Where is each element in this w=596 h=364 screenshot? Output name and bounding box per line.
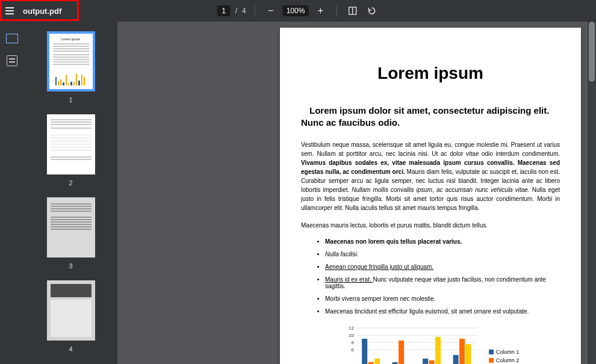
thumbnail-label: 3 — [69, 262, 72, 270]
fit-to-page-button[interactable] — [345, 4, 359, 18]
paragraph-1: Vestibulum neque massa, scelerisque sit … — [301, 140, 560, 212]
outline-icon — [7, 55, 17, 66]
pager-zoom-controls: 1 / 4 − 100% + — [217, 4, 379, 18]
svg-text:12: 12 — [349, 325, 354, 331]
minus-icon: − — [268, 5, 273, 16]
menu-button[interactable] — [0, 0, 19, 22]
legend-swatch — [489, 358, 494, 363]
thumbnail-page-2[interactable] — [47, 114, 95, 174]
thumbnails-view-button[interactable] — [6, 34, 18, 43]
hamburger-icon — [5, 10, 14, 11]
legend-label: Column 1 — [496, 348, 520, 356]
fit-page-icon — [347, 6, 357, 16]
legend-label: Column 2 — [496, 356, 520, 364]
thumbnail-page-3[interactable] — [47, 197, 95, 258]
thumbnails-icon — [6, 34, 18, 43]
legend-item: Column 2 — [489, 356, 520, 364]
plus-icon: + — [318, 5, 323, 16]
list-item: Aenean congue fringilla justo ut aliquam… — [325, 264, 560, 270]
list-item: Maecenas non lorem quis tellus placerat … — [325, 238, 560, 245]
zoom-in-button[interactable]: + — [313, 4, 327, 18]
svg-rect-14 — [399, 341, 404, 364]
page-sep: / — [235, 7, 237, 15]
chart-area: 681012 Column 1Column 2Column 3 — [301, 325, 560, 364]
thumbnail-page-1[interactable]: Lorem ipsum — [47, 31, 95, 91]
svg-text:6: 6 — [351, 347, 354, 353]
rotate-button[interactable] — [364, 4, 379, 18]
svg-text:10: 10 — [349, 333, 354, 338]
thumbnail-label: 1 — [69, 96, 72, 103]
doc-subtitle: Lorem ipsum dolor sit amet, consectetur … — [301, 105, 560, 128]
list-item: Nulla facilisi. — [325, 251, 560, 258]
legend-swatch — [489, 350, 494, 354]
bar-chart: 681012 — [342, 325, 480, 364]
svg-rect-20 — [459, 339, 465, 364]
thumbnail-page-4[interactable] — [47, 280, 95, 341]
pdf-viewer-header: output.pdf 1 / 4 − 100% + — [0, 0, 596, 22]
thumbnail-label: 4 — [69, 345, 72, 353]
svg-rect-19 — [453, 355, 458, 364]
filename-label: output.pdf — [23, 7, 61, 16]
rotate-icon — [367, 6, 376, 16]
total-pages: 4 — [242, 7, 246, 15]
svg-rect-21 — [465, 344, 471, 364]
divider — [255, 5, 255, 16]
legend-item: Column 1 — [489, 348, 520, 356]
doc-title: Lorem ipsum — [301, 64, 560, 83]
vertical-scrollbar[interactable] — [588, 22, 596, 364]
document-viewport[interactable]: Lorem ipsum Lorem ipsum dolor sit amet, … — [117, 22, 596, 364]
zoom-level[interactable]: 100% — [283, 5, 309, 16]
svg-rect-10 — [362, 339, 367, 364]
svg-rect-12 — [374, 359, 380, 364]
thumbnail-label: 2 — [69, 179, 72, 187]
list-item: Maecenas tincidunt est efficitur ligula … — [325, 308, 560, 315]
side-toolbar — [0, 22, 24, 364]
svg-text:8: 8 — [351, 340, 354, 345]
paragraph-2: Maecenas mauris lectus, lobortis et puru… — [301, 221, 560, 230]
thumbnails-panel[interactable]: Lorem ipsum 1 — [24, 22, 117, 364]
svg-rect-17 — [429, 360, 434, 364]
bullet-list: Maecenas non lorem quis tellus placerat … — [301, 238, 560, 315]
list-item: Mauris id ex erat. Nunc vulputate neque … — [325, 276, 560, 289]
outline-view-button[interactable] — [7, 55, 17, 66]
divider — [336, 5, 337, 16]
list-item: Morbi viverra semper lorem nec molestie. — [325, 295, 560, 302]
current-page-input[interactable]: 1 — [217, 5, 231, 16]
pdf-page-1: Lorem ipsum Lorem ipsum dolor sit amet, … — [280, 28, 581, 364]
zoom-out-button[interactable]: − — [264, 4, 278, 18]
svg-rect-16 — [423, 359, 428, 364]
chart-legend: Column 1Column 2Column 3 — [489, 348, 520, 364]
svg-rect-18 — [435, 337, 441, 364]
scrollbar-handle[interactable] — [589, 22, 595, 82]
